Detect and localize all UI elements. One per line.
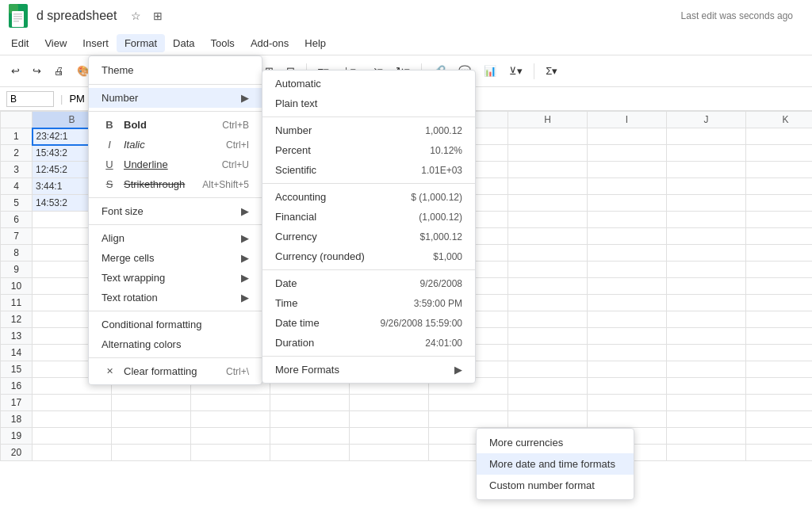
- theme-label: Theme: [102, 64, 133, 76]
- number-item-datetime[interactable]: Date time 9/26/2008 15:59:00: [262, 313, 475, 333]
- menu-item-edit[interactable]: Edit: [3, 34, 36, 52]
- financial-label: Financial: [275, 211, 419, 223]
- table-row: 17: [1, 395, 813, 411]
- italic-icon: I: [102, 139, 117, 151]
- more-datetime-item[interactable]: More date and time formats: [477, 453, 634, 475]
- row-header-2: 2: [1, 145, 33, 162]
- accounting-label: Accounting: [275, 191, 411, 203]
- date-label: Date: [275, 277, 420, 289]
- row-header-3: 3: [1, 162, 33, 178]
- col-header-h[interactable]: H: [508, 112, 588, 128]
- cell-ref-input[interactable]: [6, 91, 54, 107]
- number-item-more-formats[interactable]: More Formats ▶: [262, 360, 475, 380]
- col-header-j[interactable]: J: [667, 112, 746, 128]
- custom-number-item[interactable]: Custom number format: [477, 475, 634, 496]
- functions-button[interactable]: Σ▾: [541, 63, 562, 78]
- format-menu-conditional[interactable]: Conditional formatting: [89, 315, 262, 334]
- more-currencies-item[interactable]: More currencies: [477, 432, 634, 453]
- clear-shortcut: Ctrl+\: [226, 366, 249, 377]
- filter-button[interactable]: ⊻▾: [504, 63, 527, 78]
- number-item-currency-rounded[interactable]: Currency (rounded) $1,000: [262, 246, 475, 266]
- bold-icon: B: [102, 119, 117, 131]
- number-item-percent[interactable]: Percent 10.12%: [262, 140, 475, 160]
- svg-rect-6: [13, 21, 19, 22]
- bold-label: Bold: [124, 119, 147, 131]
- redo-button[interactable]: ↪: [28, 63, 46, 78]
- number-label: Number: [102, 92, 138, 104]
- currency-value: $1,000.12: [420, 231, 462, 242]
- clear-icon: ✕: [102, 366, 117, 376]
- format-menu-clearformat[interactable]: ✕ Clear formatting Ctrl+\: [89, 361, 262, 381]
- number-item-accounting[interactable]: Accounting $ (1,000.12): [262, 187, 475, 207]
- number-item-currency[interactable]: Currency $1,000.12: [262, 227, 475, 246]
- number-submenu: Automatic Plain text Number 1,000.12 Per…: [262, 70, 476, 384]
- menu-item-help[interactable]: Help: [297, 34, 334, 52]
- row-header-5: 5: [1, 195, 33, 212]
- num-div3: [262, 269, 475, 270]
- format-menu-fontsize[interactable]: Font size ▶: [89, 201, 262, 221]
- number-item-scientific[interactable]: Scientific 1.01E+03: [262, 160, 475, 180]
- cell-j1[interactable]: [667, 128, 746, 145]
- number-item-number[interactable]: Number 1,000.12: [262, 120, 475, 140]
- menu-item-format[interactable]: Format: [117, 34, 165, 52]
- move-icon[interactable]: ⊞: [148, 6, 167, 25]
- svg-rect-4: [13, 16, 22, 17]
- more-currencies-label: More currencies: [489, 437, 563, 449]
- print-button[interactable]: 🖨: [49, 63, 69, 78]
- custom-number-label: Custom number format: [489, 479, 595, 491]
- number-label: Number: [275, 124, 425, 136]
- col-header-i[interactable]: I: [588, 112, 667, 128]
- divider1: [89, 84, 262, 85]
- number-item-duration[interactable]: Duration 24:01:00: [262, 333, 475, 353]
- menu-item-insert[interactable]: Insert: [75, 34, 117, 52]
- currency-rounded-label: Currency (rounded): [275, 250, 433, 262]
- currency-rounded-value: $1,000: [433, 251, 462, 262]
- number-item-plaintext[interactable]: Plain text: [262, 94, 475, 113]
- formula-sep: |: [60, 93, 63, 105]
- datetime-value: 9/26/2008 15:59:00: [381, 318, 462, 329]
- format-menu-merge[interactable]: Merge cells ▶: [89, 248, 262, 268]
- currency-label: Currency: [275, 231, 420, 242]
- conditional-label: Conditional formatting: [102, 319, 201, 330]
- fontsize-arrow: ▶: [241, 205, 249, 217]
- cell-k1[interactable]: [746, 128, 813, 145]
- sep5: [534, 63, 534, 79]
- align-label: Align: [102, 232, 124, 244]
- menu-item-data[interactable]: Data: [165, 34, 202, 52]
- table-row: 19: [1, 428, 813, 445]
- number-item-financial[interactable]: Financial (1,000.12): [262, 207, 475, 227]
- format-menu-number[interactable]: Number ▶: [89, 88, 262, 108]
- more-formats-submenu: More currencies More date and time forma…: [476, 428, 634, 500]
- align-arrow: ▶: [241, 232, 249, 244]
- col-header-k[interactable]: K: [746, 112, 813, 128]
- format-menu-italic[interactable]: I Italic Ctrl+I: [89, 135, 262, 155]
- title-bar: d spreadsheet ☆ ⊞ Last edit was seconds …: [0, 0, 812, 32]
- number-item-time[interactable]: Time 3:59:00 PM: [262, 293, 475, 313]
- number-value: 1,000.12: [425, 125, 462, 136]
- menu-item-tools[interactable]: Tools: [203, 34, 243, 52]
- date-value: 9/26/2008: [420, 278, 462, 289]
- format-menu-alternating[interactable]: Alternating colors: [89, 334, 262, 354]
- underline-label: Underline: [124, 158, 168, 170]
- format-menu-strikethrough[interactable]: S Strikethrough Alt+Shift+5: [89, 174, 262, 194]
- number-item-date[interactable]: Date 9/26/2008: [262, 273, 475, 293]
- format-menu-textwrap[interactable]: Text wrapping ▶: [89, 268, 262, 288]
- format-menu-textrotation[interactable]: Text rotation ▶: [89, 288, 262, 307]
- menu-item-addons[interactable]: Add-ons: [243, 34, 297, 52]
- strike-shortcut: Alt+Shift+5: [202, 179, 249, 190]
- number-item-automatic[interactable]: Automatic: [262, 74, 475, 94]
- strike-icon: S: [102, 178, 117, 190]
- cell-i1[interactable]: [588, 128, 667, 145]
- chart-button[interactable]: 📊: [479, 63, 501, 78]
- menu-item-view[interactable]: View: [36, 34, 75, 52]
- star-icon[interactable]: ☆: [126, 6, 145, 25]
- format-menu-underline[interactable]: U Underline Ctrl+U: [89, 155, 262, 174]
- format-menu-bold[interactable]: B Bold Ctrl+B: [89, 115, 262, 135]
- undo-button[interactable]: ↩: [6, 63, 25, 78]
- cell-h1[interactable]: [508, 128, 588, 145]
- format-menu: Theme Number ▶ B Bold Ctrl+B I Italic Ct…: [88, 55, 262, 385]
- automatic-label: Automatic: [275, 78, 462, 90]
- format-menu-theme[interactable]: Theme: [89, 59, 262, 81]
- italic-label: Italic: [124, 139, 145, 151]
- format-menu-align[interactable]: Align ▶: [89, 228, 262, 248]
